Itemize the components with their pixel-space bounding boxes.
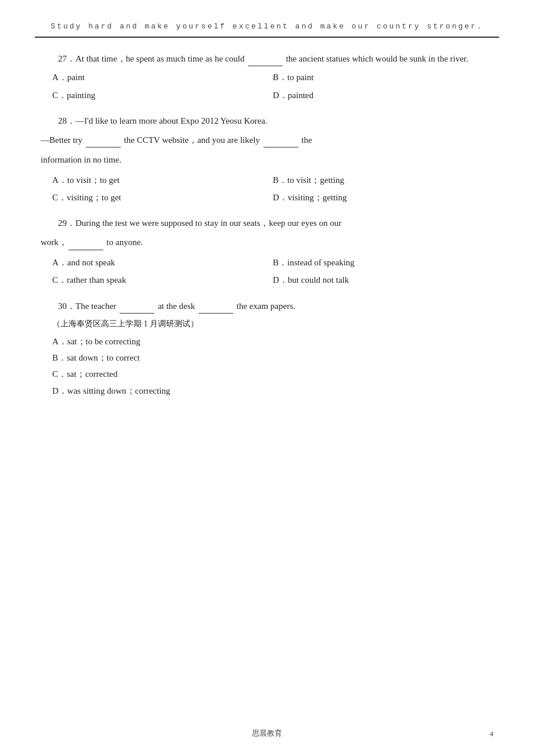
question-27-stem: 27．At that time，he spent as much time as… xyxy=(41,51,493,66)
q27-option-b: B．to paint xyxy=(273,70,493,85)
q29-options: A．and not speak B．instead of speaking C．… xyxy=(52,255,493,288)
q28-option-d: D．visiting；getting xyxy=(273,190,493,205)
question-30-stem: 30．The teacher at the desk the exam pape… xyxy=(41,298,493,314)
question-27: 27．At that time，he spent as much time as… xyxy=(41,51,493,103)
page-number: 4 xyxy=(490,729,494,739)
q29-option-d: D．but could not talk xyxy=(273,272,493,287)
question-28-stem-line2: —Better try the CCTV website，and you are… xyxy=(41,132,493,147)
question-30-source: （上海奉贤区高三上学期 1 月调研测试） xyxy=(52,317,493,332)
q30-blank1 xyxy=(120,298,154,314)
q30-option-a: A．sat；to be correcting xyxy=(52,334,493,349)
q27-options: A．paint B．to paint C．painting D．painted xyxy=(52,70,493,103)
q30-option-c: C．sat；corrected xyxy=(52,366,493,381)
question-29-stem-line1: 29．During the test we were supposed to s… xyxy=(41,215,493,231)
q27-stem-text1: 27．At that time，he spent as much time as… xyxy=(58,54,247,63)
question-30: 30．The teacher at the desk the exam pape… xyxy=(41,298,493,398)
content-area: 27．At that time，he spent as much time as… xyxy=(0,38,534,444)
q29-option-b: B．instead of speaking xyxy=(273,255,493,270)
q28-option-c: C．visiting；to get xyxy=(52,190,273,205)
q28-option-a: A．to visit；to get xyxy=(52,172,273,188)
q27-stem-text2: the ancient statues which would be sunk … xyxy=(284,54,468,63)
q27-blank xyxy=(248,51,283,66)
q27-option-c: C．painting xyxy=(52,88,273,103)
question-29-stem-line2: work， to anyone. xyxy=(41,234,493,250)
question-29: 29．During the test we were supposed to s… xyxy=(41,215,493,287)
q28-options: A．to visit；to get B．to visit；getting C．v… xyxy=(52,172,493,206)
q28-blank2 xyxy=(264,132,298,147)
question-28-stem-line1: 28．—I'd like to learn more about Expo 20… xyxy=(41,113,493,128)
q29-option-c: C．rather than speak xyxy=(52,272,273,287)
q30-options: A．sat；to be correcting B．sat down；to cor… xyxy=(52,334,493,398)
q30-option-d: D．was sitting down；correcting xyxy=(52,383,493,398)
q30-option-b: B．sat down；to correct xyxy=(52,350,493,365)
page-wrapper: Study hard and make yourself excellent a… xyxy=(0,0,534,756)
q27-option-a: A．paint xyxy=(52,70,273,85)
question-28: 28．—I'd like to learn more about Expo 20… xyxy=(41,113,493,205)
footer-organization: 思晨教育 xyxy=(0,728,534,739)
q29-option-a: A．and not speak xyxy=(52,255,273,270)
q28-blank1 xyxy=(86,132,121,147)
q29-blank xyxy=(68,234,103,250)
question-28-stem-line3: information in no time. xyxy=(41,152,493,167)
q30-blank2 xyxy=(199,298,233,314)
header-motto: Study hard and make yourself excellent a… xyxy=(0,0,534,37)
q28-option-b: B．to visit；getting xyxy=(273,172,493,188)
q27-option-d: D．painted xyxy=(273,88,493,103)
